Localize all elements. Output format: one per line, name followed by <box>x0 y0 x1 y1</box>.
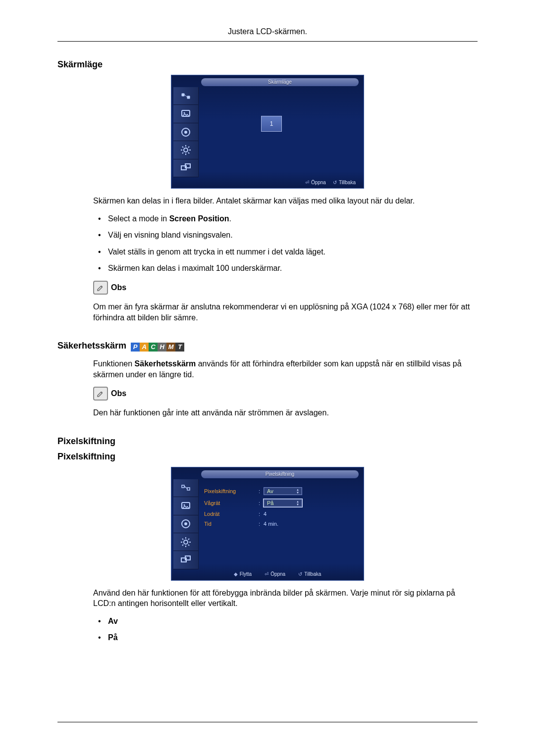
paragraph: Funktionen Säkerhetsskärm används för at… <box>93 358 478 380</box>
value-text: Av <box>267 488 273 494</box>
bullet-item: Skärmen kan delas i maximalt 100 undersk… <box>93 263 478 274</box>
enter-icon: ⏎ <box>305 180 309 185</box>
osd-grid-cell: 1 <box>261 116 282 132</box>
osd-back-hint: ↺Tillbaka <box>333 180 356 185</box>
section2-body: Funktionen Säkerhetsskärm används för at… <box>93 358 478 418</box>
note-pencil-icon <box>93 281 108 295</box>
multi-display-icon <box>173 159 198 177</box>
bullet-item: Välj en visning bland visningsvalen. <box>93 230 478 241</box>
note-pencil-icon <box>93 387 108 401</box>
text: Select a mode in <box>108 214 169 223</box>
row-label: Vågrät <box>204 500 259 506</box>
section-title-pixelskiftning-2: Pixelskiftning <box>57 452 478 462</box>
osd-content: 1 <box>199 87 360 177</box>
dropdown-value-selected: På▲▼ <box>264 499 302 507</box>
multi-display-icon <box>173 551 198 569</box>
osd-bottom-bar: ◆Flytta ⏎Öppna ↺Tillbaka <box>199 570 360 578</box>
note-text: Den här funktionen går inte att använda … <box>93 407 478 418</box>
badge-m-icon: M <box>166 343 175 352</box>
input-source-icon <box>173 87 198 105</box>
osd-move-hint: ◆Flytta <box>234 571 252 577</box>
svg-point-4 <box>184 148 188 152</box>
enter-icon: ⏎ <box>265 571 268 577</box>
bold-text: Säkerhetsskärm <box>135 359 196 368</box>
osd-title-tab: Pixelskiftning <box>201 470 359 478</box>
osd-open-label: Öppna <box>311 180 326 185</box>
badge-a-icon: A <box>140 343 149 352</box>
osd-panel: Skärmläge 1 ⏎Öppna ↺Tillbaka <box>171 75 364 189</box>
svg-point-3 <box>184 131 187 134</box>
note-label: Obs <box>111 389 126 398</box>
row-label: Pixelskiftning <box>204 488 259 494</box>
picture-icon <box>173 497 198 515</box>
separator: : <box>259 511 264 517</box>
badge-t-icon: T <box>175 343 184 352</box>
svg-point-11 <box>184 540 188 544</box>
document-page: Justera LCD-skärmen. Skärmläge Skärmläge… <box>0 0 535 756</box>
osd-open-label: Öppna <box>270 571 285 577</box>
option-off: Av <box>108 617 118 625</box>
note-heading: Obs <box>93 387 478 401</box>
page-header: Justera LCD-skärmen. <box>57 27 478 36</box>
option-on: På <box>108 633 118 642</box>
bullet-list: Av På <box>93 616 478 643</box>
bullet-item: Av <box>93 616 478 627</box>
bullet-item: Select a mode in Screen Position. <box>93 213 478 224</box>
section-title-skarmlage: Skärmläge <box>57 59 478 70</box>
setup-gear-icon <box>173 141 198 159</box>
osd-open-hint: ⏎Öppna <box>305 180 326 185</box>
osd-sidebar <box>173 87 199 177</box>
bullet-list: Select a mode in Screen Position. Välj e… <box>93 213 478 274</box>
badge-h-icon: H <box>158 343 166 352</box>
return-icon: ↺ <box>333 180 337 185</box>
paragraph: Använd den här funktionen för att föreby… <box>93 588 478 609</box>
separator: : <box>259 500 264 506</box>
bullet-item: Valet ställs in genom att trycka in ett … <box>93 247 478 257</box>
sound-icon <box>173 515 198 533</box>
separator: : <box>259 488 264 494</box>
section3-body: Använd den här funktionen för att föreby… <box>93 588 478 643</box>
row-value: 4 min. <box>264 521 355 527</box>
text: Funktionen <box>93 359 135 368</box>
title-text: Säkerhetsskärm <box>57 341 126 351</box>
dropdown-arrows-icon: ▲▼ <box>295 500 301 506</box>
text: . <box>229 214 231 223</box>
badge-p-icon: P <box>131 343 140 352</box>
picture-icon <box>173 105 198 123</box>
osd-settings-list: Pixelskiftning : Av▲▼ Vågrät : På▲▼ Lodr… <box>204 487 355 527</box>
sound-icon <box>173 123 198 141</box>
row-value: 4 <box>264 511 355 517</box>
dropdown-arrows-icon: ▲▼ <box>295 488 301 495</box>
badge-c-icon: C <box>149 343 158 352</box>
osd-content: Pixelskiftning : Av▲▼ Vågrät : På▲▼ Lodr… <box>199 479 360 569</box>
osd-back-hint: ↺Tillbaka <box>298 571 321 577</box>
bold-text: Screen Position <box>169 214 229 223</box>
osd-screenshot-2: Pixelskiftning Pixelskiftning : Av▲▼ Våg… <box>57 467 478 581</box>
return-icon: ↺ <box>298 571 302 577</box>
osd-title-tab: Skärmläge <box>201 78 359 86</box>
osd-back-label: Tillbaka <box>304 571 321 577</box>
osd-panel: Pixelskiftning Pixelskiftning : Av▲▼ Våg… <box>171 467 364 581</box>
dropdown-value: Av▲▼ <box>264 487 302 495</box>
osd-screenshot-1: Skärmläge 1 ⏎Öppna ↺Tillbaka <box>57 75 478 189</box>
header-rule <box>57 41 478 42</box>
row-label: Tid <box>204 521 259 527</box>
section-title-sakerhetsskarm: Säkerhetsskärm PACHMT <box>57 341 478 352</box>
osd-sidebar <box>173 479 199 569</box>
input-source-icon <box>173 479 198 497</box>
osd-move-label: Flytta <box>240 571 252 577</box>
section1-body: Skärmen kan delas in i flera bilder. Ant… <box>93 196 478 323</box>
bullet-item: På <box>93 632 478 643</box>
row-label: Lodrät <box>204 511 259 517</box>
note-text: Om mer än fyra skärmar är anslutna rekom… <box>93 302 478 323</box>
move-icon: ◆ <box>234 571 238 577</box>
separator: : <box>259 521 264 527</box>
mode-badges: PACHMT <box>131 341 184 352</box>
footer-rule <box>57 722 478 722</box>
osd-open-hint: ⏎Öppna <box>265 571 285 577</box>
paragraph: Skärmen kan delas in i flera bilder. Ant… <box>93 196 478 206</box>
section-title-pixelskiftning-1: Pixelskiftning <box>57 436 478 447</box>
svg-point-10 <box>184 522 187 525</box>
setup-gear-icon <box>173 533 198 551</box>
value-text: På <box>267 500 273 506</box>
